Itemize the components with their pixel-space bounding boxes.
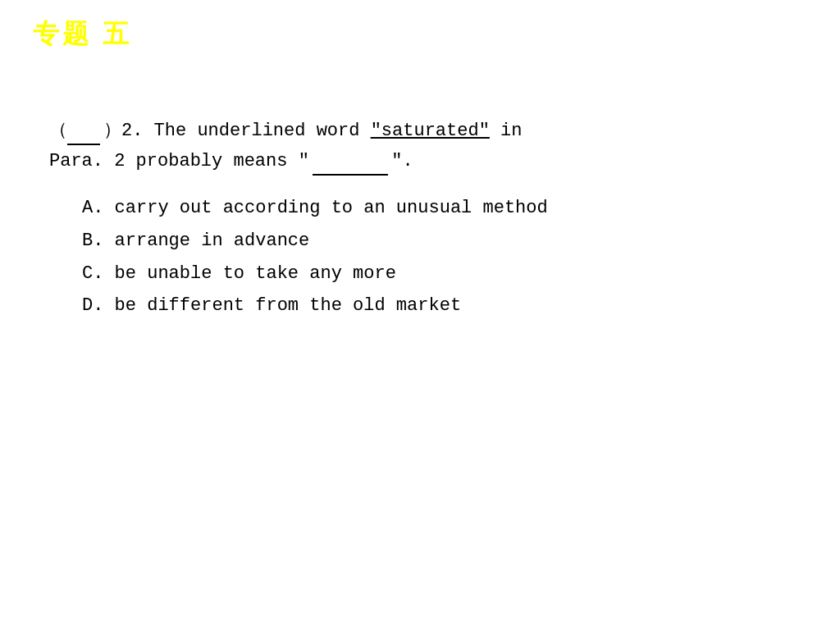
option-c-text: be unable to take any more [115,263,396,284]
stem-text-in: in [490,121,523,141]
option-b-label: B. [82,231,103,251]
question-area: （ ）2. The underlined word "saturated" in… [49,115,791,322]
stem-text-part2: Para. 2 probably means " [49,151,309,171]
answer-blank-paren [67,115,100,145]
paren-close: ） [103,121,121,141]
option-a-label: A. [82,198,103,218]
paren-open: （ [49,121,67,141]
option-d[interactable]: D. be different from the old market [82,290,791,322]
option-b[interactable]: B. arrange in advance [82,225,791,258]
stem-text-part3: ". [391,151,413,171]
stem-text-part1: The underlined word [154,121,371,141]
option-a-text: carry out according to an unusual method [115,198,548,218]
question-number: 2. [121,121,143,141]
page-container: 专题 五 （ ）2. The underlined word "saturate… [0,0,840,630]
target-word: "saturated" [371,121,490,141]
title-area: 专题 五 [33,16,132,52]
options-area: A. carry out according to an unusual met… [49,192,791,322]
option-b-text: arrange in advance [115,231,310,251]
option-d-text: be different from the old market [115,295,461,316]
option-d-label: D. [82,295,103,316]
page-title: 专题 五 [33,19,132,48]
question-stem: （ ）2. The underlined word "saturated" in… [49,115,791,176]
option-a[interactable]: A. carry out according to an unusual met… [82,192,791,225]
answer-blank [313,145,388,176]
option-c-label: C. [82,263,103,284]
option-c[interactable]: C. be unable to take any more [82,258,791,290]
